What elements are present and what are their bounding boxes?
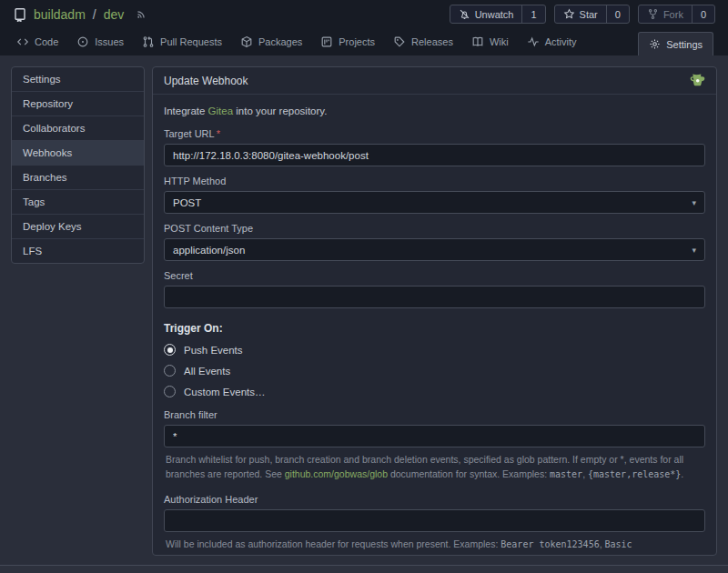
authorization-header-field: Authorization Header Will be included as… (164, 494, 705, 555)
tab-pull-requests[interactable]: Pull Requests (133, 28, 231, 55)
tab-pull-requests-label: Pull Requests (160, 36, 222, 47)
book-icon (471, 35, 484, 48)
fork-label: Fork (663, 9, 683, 20)
tab-code-label: Code (35, 36, 58, 47)
package-icon (240, 35, 253, 48)
project-board-icon (320, 35, 333, 48)
unwatch-label: Unwatch (475, 9, 514, 20)
radio-all-events[interactable]: All Events (164, 360, 705, 381)
branch-filter-label: Branch filter (164, 409, 705, 420)
radio-push-events-label: Push Events (184, 345, 243, 356)
watchers-count[interactable]: 1 (521, 5, 544, 23)
repo-title: buildadm / dev (13, 7, 147, 22)
radio-button-icon[interactable] (164, 386, 176, 397)
repo-nav-bar: Code Issues Pull Requests Packages Proje… (0, 28, 728, 55)
secret-field: Secret (164, 270, 705, 308)
sidebar-item-lfs[interactable]: LFS (12, 239, 144, 263)
http-method-value: POST (173, 197, 201, 208)
glob-docs-link[interactable]: github.com/gobwas/glob (285, 468, 388, 479)
sidebar-item-collaborators[interactable]: Collaborators (12, 116, 144, 141)
update-webhook-panel: Update Webhook Integrate Gitea into your… (152, 66, 717, 556)
radio-custom-events-label: Custom Events… (184, 387, 265, 397)
tab-wiki-label: Wiki (490, 36, 509, 47)
gitea-link[interactable]: Gitea (208, 106, 234, 116)
tab-releases-label: Releases (411, 36, 453, 47)
tab-code[interactable]: Code (7, 28, 67, 55)
http-method-label: HTTP Method (164, 176, 705, 186)
star-icon (563, 8, 575, 20)
tab-wiki[interactable]: Wiki (462, 28, 518, 55)
intro-text: Integrate Gitea into your repository. (164, 106, 705, 116)
gitea-webhook-type-icon (690, 73, 705, 88)
target-url-label: Target URL* (164, 128, 705, 139)
repo-separator: / (93, 7, 96, 22)
tab-projects-label: Projects (339, 36, 375, 47)
repo-action-buttons: Unwatch 1 Star 0 Fork (450, 5, 715, 24)
content-type-select[interactable]: application/json ▾ (164, 238, 705, 261)
tab-projects[interactable]: Projects (311, 28, 384, 55)
chevron-down-icon: ▾ (692, 198, 696, 207)
radio-all-events-label: All Events (184, 366, 230, 377)
repo-icon (13, 7, 27, 22)
trigger-on-label: Trigger On: (164, 322, 705, 335)
unwatch-button[interactable]: Unwatch 1 (450, 5, 546, 24)
settings-sidebar: Settings Repository Collaborators Webhoo… (11, 66, 145, 264)
tab-releases[interactable]: Releases (384, 28, 462, 55)
pulse-icon (527, 35, 540, 48)
sidebar-title: Settings (12, 67, 144, 92)
code-icon (16, 35, 29, 48)
sidebar-item-repository[interactable]: Repository (12, 92, 144, 116)
pull-request-icon (142, 35, 155, 48)
issue-icon (76, 35, 89, 48)
content-type-field: POST Content Type application/json ▾ (164, 223, 705, 261)
forks-count[interactable]: 0 (692, 5, 714, 23)
branch-filter-field: Branch filter Branch whitelist for push,… (164, 409, 705, 482)
authorization-header-help: Will be included as authorization header… (166, 537, 705, 555)
panel-header: Update Webhook (153, 67, 716, 95)
stars-count[interactable]: 0 (606, 5, 629, 23)
secret-label: Secret (164, 270, 705, 281)
content-type-label: POST Content Type (164, 223, 705, 234)
authorization-header-input[interactable] (164, 509, 705, 532)
fork-button[interactable]: Fork 0 (638, 5, 715, 24)
tab-settings-label: Settings (666, 39, 703, 50)
radio-push-events[interactable]: Push Events (164, 339, 705, 360)
sidebar-item-tags[interactable]: Tags (12, 190, 144, 215)
rss-icon[interactable] (136, 8, 147, 20)
content-type-value: application/json (173, 245, 245, 256)
tag-icon (393, 35, 406, 48)
chevron-down-icon: ▾ (692, 246, 696, 255)
target-url-input[interactable] (164, 144, 705, 166)
branch-filter-help: Branch whitelist for push, branch creati… (166, 452, 705, 482)
tab-packages[interactable]: Packages (231, 28, 311, 55)
radio-button-icon[interactable] (164, 365, 176, 377)
target-url-field: Target URL* (164, 128, 705, 166)
panel-title: Update Webhook (164, 75, 248, 87)
gear-icon (649, 38, 661, 50)
tab-issues[interactable]: Issues (67, 28, 133, 55)
bell-slash-icon (459, 8, 470, 20)
content-area: Settings Repository Collaborators Webhoo… (0, 55, 728, 565)
sidebar-item-deploy-keys[interactable]: Deploy Keys (12, 215, 144, 239)
star-button[interactable]: Star 0 (554, 5, 630, 24)
tab-activity-label: Activity (545, 36, 577, 47)
radio-button-icon[interactable] (164, 344, 176, 356)
secret-input[interactable] (164, 286, 705, 308)
tab-activity[interactable]: Activity (518, 28, 586, 55)
star-label: Star (580, 9, 598, 20)
page-footer (0, 565, 728, 573)
http-method-field: HTTP Method POST ▾ (164, 176, 705, 214)
repo-name-link[interactable]: dev (104, 7, 125, 22)
branch-filter-input[interactable] (164, 425, 705, 447)
tab-packages-label: Packages (258, 36, 302, 47)
radio-custom-events[interactable]: Custom Events… (164, 381, 705, 402)
gitea-app: buildadm / dev Unwatch 1 (0, 0, 728, 573)
sidebar-item-webhooks[interactable]: Webhooks (12, 141, 144, 166)
repo-owner-link[interactable]: buildadm (34, 7, 86, 22)
required-asterisk: * (217, 128, 220, 139)
sidebar-item-branches[interactable]: Branches (12, 166, 144, 190)
tab-settings[interactable]: Settings (638, 32, 713, 55)
authorization-header-label: Authorization Header (164, 494, 705, 505)
tab-issues-label: Issues (95, 36, 124, 47)
http-method-select[interactable]: POST ▾ (164, 191, 705, 214)
